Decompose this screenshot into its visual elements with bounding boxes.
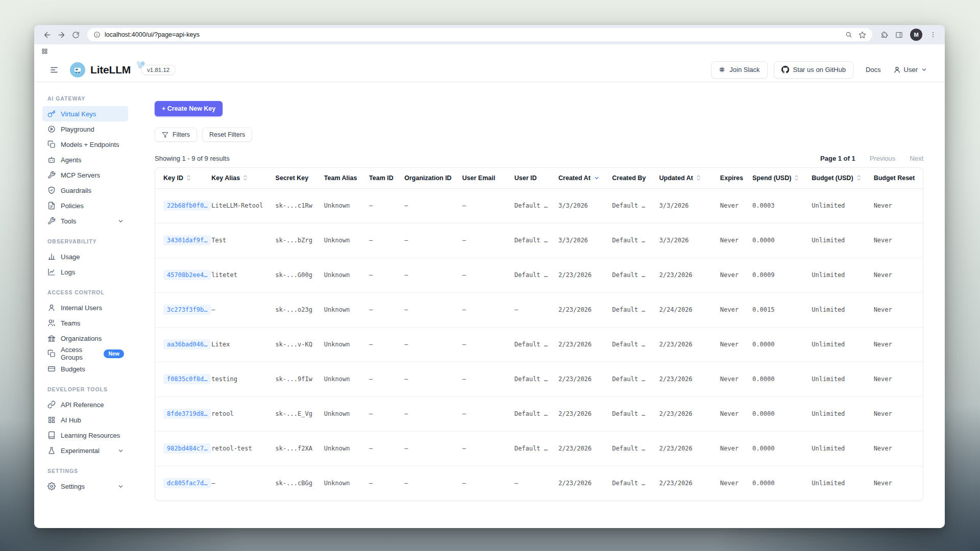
profile-avatar[interactable]: M xyxy=(910,29,922,41)
key-id-link[interactable]: 34301daf9f… xyxy=(163,235,211,245)
sidebar-item-organizations[interactable]: Organizations xyxy=(42,331,128,346)
cell-created-by: Default … xyxy=(612,188,659,223)
next-button[interactable]: Next xyxy=(910,155,923,162)
key-id-link[interactable]: f0835c0f8d… xyxy=(163,374,211,384)
url-bar[interactable]: localhost:4000/ui/?page=api-keys xyxy=(87,28,872,41)
url-text[interactable]: localhost:4000/ui/?page=api-keys xyxy=(105,31,200,38)
create-new-key-button[interactable]: + Create New Key xyxy=(155,101,223,116)
browser-forward-button[interactable] xyxy=(55,28,68,41)
key-id-link[interactable]: aa36bad046… xyxy=(163,339,211,349)
sidebar-item-guardrails[interactable]: Guardrails xyxy=(42,183,128,198)
sidebar-item-learning-resources[interactable]: Learning Resources xyxy=(42,428,128,443)
key-id-link[interactable]: dc805fac7d… xyxy=(163,478,211,488)
column-user-email: User Email xyxy=(462,168,514,188)
chevron-down-icon xyxy=(117,218,124,224)
cell-budget-reset: Never xyxy=(874,223,923,258)
sidebar-nav: AI GATEWAYVirtual KeysPlaygroundModels +… xyxy=(34,82,132,528)
sidebar-item-label: Experimental xyxy=(61,447,100,455)
column-updated-at[interactable]: Updated At xyxy=(659,168,720,188)
sidebar-item-label: Learning Resources xyxy=(61,432,120,439)
docs-link[interactable]: Docs xyxy=(866,66,881,73)
results-bar: Showing 1 - 9 of 9 results Page 1 of 1 P… xyxy=(155,155,923,162)
sidebar-item-label: Logs xyxy=(61,268,75,276)
column-label: Updated At xyxy=(659,174,693,182)
browser-menu-kebab[interactable] xyxy=(929,31,937,38)
sidebar-item-tools[interactable]: Tools xyxy=(42,213,128,229)
apps-grid-icon[interactable] xyxy=(41,48,48,55)
sidebar-item-internal-users[interactable]: Internal Users xyxy=(42,300,128,315)
cell-user-id: – xyxy=(514,466,558,500)
browser-reload-button[interactable] xyxy=(69,28,82,41)
cell-secret-key: sk-...o23g xyxy=(276,292,324,327)
cell-key-alias: LiteLLM-Retool xyxy=(211,188,275,223)
sidebar-item-api-reference[interactable]: API Reference xyxy=(42,397,128,412)
join-slack-button[interactable]: Join Slack xyxy=(711,61,767,79)
sidebar-collapse-button[interactable] xyxy=(50,65,59,74)
cell-updated-at: 2/23/2026 xyxy=(659,258,720,292)
column-budget-usd[interactable]: Budget (USD) xyxy=(812,168,873,188)
star-github-button[interactable]: Star us on GitHub xyxy=(774,61,853,79)
cell-created-at: 2/23/2026 xyxy=(558,292,612,327)
sidebar-item-settings[interactable]: Settings xyxy=(42,479,128,494)
extensions-icon[interactable] xyxy=(880,31,888,39)
cell-user-email: – xyxy=(462,466,514,500)
sidebar-item-ai-hub[interactable]: AI Hub xyxy=(42,412,128,428)
column-label: Team Alias xyxy=(324,174,357,182)
cell-expires: Never xyxy=(720,431,752,466)
sidebar-item-label: Tools xyxy=(61,217,76,225)
column-spend-usd[interactable]: Spend (USD) xyxy=(752,168,812,188)
sidebar-item-mcp-servers[interactable]: MCP Servers xyxy=(42,167,128,183)
cell-budget-reset: Never xyxy=(874,431,923,466)
cell-key-id: 45708b2ee4… xyxy=(155,258,211,292)
filters-button[interactable]: Filters xyxy=(155,128,197,142)
cell-spend-usd: 0.0000 xyxy=(752,466,812,500)
sidebar-item-usage[interactable]: Usage xyxy=(42,249,128,264)
bookmark-star-icon[interactable] xyxy=(859,31,866,39)
sidebar-item-teams[interactable]: Teams xyxy=(42,315,128,331)
browser-back-button[interactable] xyxy=(40,28,54,41)
cell-spend-usd: 0.0015 xyxy=(752,292,812,327)
flask-icon xyxy=(47,446,56,455)
cell-organization-id: – xyxy=(404,396,462,431)
sidebar-section-label: SETTINGS xyxy=(47,468,128,474)
cell-team-id: – xyxy=(369,292,404,327)
sidebar-item-agents[interactable]: Agents xyxy=(42,152,128,167)
sidebar-item-playground[interactable]: Playground xyxy=(42,121,128,137)
side-panel-icon[interactable] xyxy=(895,31,903,39)
key-id-link[interactable]: 3c273f3f9b… xyxy=(163,305,211,315)
cell-team-alias: Unknown xyxy=(324,223,369,258)
sidebar-item-label: Internal Users xyxy=(61,304,102,312)
column-key-id[interactable]: Key ID xyxy=(155,168,211,188)
key-id-link[interactable]: 22b68fb0f0… xyxy=(163,201,211,211)
cell-team-alias: Unknown xyxy=(324,327,369,362)
table-row: aa36bad046…Litexsk-...v-KQUnknown–––Defa… xyxy=(155,327,923,362)
cell-created-at: 2/23/2026 xyxy=(558,431,612,466)
key-id-link[interactable]: 8fde3719d8… xyxy=(163,409,211,419)
site-info-icon[interactable] xyxy=(93,31,101,38)
key-icon xyxy=(47,110,56,118)
key-id-link[interactable]: 982bd484c7… xyxy=(163,443,211,454)
table-row: 8fde3719d8…retoolsk-...E_VgUnknown–––Def… xyxy=(155,396,923,431)
cell-updated-at: 3/3/2026 xyxy=(659,223,720,258)
column-created-at[interactable]: Created At xyxy=(558,168,612,188)
sidebar-item-virtual-keys[interactable]: Virtual Keys xyxy=(42,106,128,121)
sidebar-item-models-endpoints[interactable]: Models + Endpoints xyxy=(42,137,128,152)
sidebar-item-policies[interactable]: Policies xyxy=(42,198,128,213)
key-id-link[interactable]: 45708b2ee4… xyxy=(163,270,211,280)
cell-budget-reset: Never xyxy=(874,466,923,500)
table-row: dc805fac7d…–sk-...cBGgUnknown––––2/23/20… xyxy=(155,466,923,500)
column-key-alias[interactable]: Key Alias xyxy=(211,168,275,188)
bar-chart-icon xyxy=(47,253,56,261)
cell-key-id: 34301daf9f… xyxy=(155,223,211,258)
sidebar-item-access-groups[interactable]: Access GroupsNew xyxy=(42,346,128,361)
user-menu[interactable]: User xyxy=(893,66,927,73)
line-chart-icon xyxy=(47,268,56,276)
previous-button[interactable]: Previous xyxy=(870,155,896,162)
sidebar-item-budgets[interactable]: Budgets xyxy=(42,361,128,377)
reset-filters-button[interactable]: Reset Filters xyxy=(202,128,252,142)
play-icon xyxy=(47,125,56,133)
zoom-icon[interactable] xyxy=(845,31,852,38)
sidebar-item-experimental[interactable]: Experimental xyxy=(42,443,128,458)
sidebar-item-logs[interactable]: Logs xyxy=(42,264,128,280)
column-label: User Email xyxy=(462,174,496,182)
